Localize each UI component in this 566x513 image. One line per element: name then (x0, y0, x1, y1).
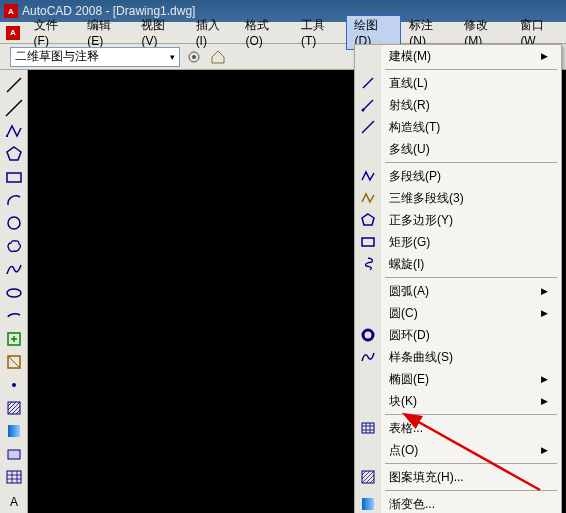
draw-menu-item[interactable]: 射线(R) (355, 94, 561, 116)
menu-item-label: 建模(M) (381, 48, 541, 65)
menu-item-0[interactable]: 文件(F) (26, 15, 80, 50)
draw-menu-item[interactable]: 圆(C)▶ (355, 302, 561, 324)
menu-item-1[interactable]: 编辑(E) (79, 15, 133, 50)
svg-line-18 (363, 100, 373, 110)
draw-menu-item[interactable]: 直线(L) (355, 72, 561, 94)
draw-menu-item[interactable]: 样条曲线(S) (355, 346, 561, 368)
workspace-home-icon[interactable] (208, 47, 228, 67)
gradient-tool[interactable] (3, 421, 25, 442)
polygon-icon (355, 209, 381, 231)
submenu-arrow-icon: ▶ (541, 286, 553, 296)
ellipse-arc-tool[interactable] (3, 305, 25, 326)
point-tool[interactable] (3, 374, 25, 395)
svg-point-1 (192, 55, 196, 59)
svg-point-23 (363, 330, 373, 340)
blank-icon (355, 138, 381, 160)
svg-line-20 (362, 121, 374, 133)
construction-line-tool[interactable] (3, 97, 25, 118)
draw-menu-item[interactable]: 表格... (355, 417, 561, 439)
submenu-arrow-icon: ▶ (541, 396, 553, 406)
blank-icon (355, 368, 381, 390)
draw-menu-item[interactable]: 渐变色... (355, 493, 561, 513)
line-tool[interactable] (3, 74, 25, 95)
menu-item-label: 直线(L) (381, 75, 541, 92)
svg-line-17 (363, 78, 373, 88)
menu-item-label: 图案填充(H)... (381, 469, 541, 486)
hatch-tool[interactable] (3, 398, 25, 419)
menu-item-label: 三维多段线(3) (381, 190, 541, 207)
draw-menu-item[interactable]: 图案填充(H)... (355, 466, 561, 488)
svg-rect-26 (362, 498, 374, 510)
region-tool[interactable] (3, 444, 25, 465)
app-icon: A (4, 4, 18, 18)
xline-icon (355, 116, 381, 138)
menu-item-3[interactable]: 插入(I) (188, 15, 238, 50)
3dpoly-icon (355, 187, 381, 209)
menu-item-5[interactable]: 工具(T) (293, 15, 347, 50)
polyline-icon (355, 165, 381, 187)
draw-menu-item[interactable]: 三维多段线(3) (355, 187, 561, 209)
blank-icon (355, 302, 381, 324)
draw-menu-item[interactable]: 块(K)▶ (355, 390, 561, 412)
gradient-icon (355, 493, 381, 513)
draw-menu-item[interactable]: 圆环(D) (355, 324, 561, 346)
workspace-dropdown[interactable]: 二维草图与注释 (10, 47, 180, 67)
submenu-arrow-icon: ▶ (541, 445, 553, 455)
circle-tool[interactable] (3, 213, 25, 234)
menu-item-label: 样条曲线(S) (381, 349, 541, 366)
svg-line-2 (7, 78, 21, 92)
blank-icon (355, 390, 381, 412)
menu-item-label: 圆环(D) (381, 327, 541, 344)
doc-icon: A (6, 26, 20, 40)
draw-menu: 建模(M)▶直线(L)射线(R)构造线(T)多线(U)多段线(P)三维多段线(3… (354, 44, 562, 513)
menu-item-2[interactable]: 视图(V) (133, 15, 187, 50)
menu-item-label: 螺旋(I) (381, 256, 541, 273)
draw-menu-item[interactable]: 多线(U) (355, 138, 561, 160)
blank-icon (355, 439, 381, 461)
svg-point-7 (8, 217, 20, 229)
svg-point-19 (362, 109, 365, 112)
workspace-settings-icon[interactable] (184, 47, 204, 67)
svg-rect-22 (362, 238, 374, 246)
arc-tool[interactable] (3, 190, 25, 211)
line-icon (355, 72, 381, 94)
svg-rect-15 (7, 471, 21, 483)
svg-rect-13 (8, 425, 20, 437)
rectangle-tool[interactable] (3, 166, 25, 187)
svg-rect-6 (7, 173, 21, 182)
text-tool[interactable]: A (3, 490, 25, 511)
revision-cloud-tool[interactable] (3, 236, 25, 257)
menubar: A 文件(F)编辑(E)视图(V)插入(I)格式(O)工具(T)绘图(D)标注(… (0, 22, 566, 44)
submenu-arrow-icon: ▶ (541, 51, 553, 61)
polyline-tool[interactable] (3, 120, 25, 141)
menu-item-label: 渐变色... (381, 496, 541, 513)
hatch-icon (355, 466, 381, 488)
draw-menu-item[interactable]: 椭圆(E)▶ (355, 368, 561, 390)
draw-menu-item[interactable]: 多段线(P) (355, 165, 561, 187)
draw-menu-item[interactable]: 圆弧(A)▶ (355, 280, 561, 302)
draw-menu-item[interactable]: 螺旋(I) (355, 253, 561, 275)
draw-menu-item[interactable]: 点(O)▶ (355, 439, 561, 461)
svg-point-11 (12, 383, 16, 387)
draw-menu-item[interactable]: 构造线(T) (355, 116, 561, 138)
draw-menu-item[interactable]: 建模(M)▶ (355, 45, 561, 67)
polygon-tool[interactable] (3, 143, 25, 164)
svg-rect-4 (6, 135, 8, 137)
draw-menu-item[interactable]: 矩形(G) (355, 231, 561, 253)
donut-icon (355, 324, 381, 346)
spline-tool[interactable] (3, 259, 25, 280)
submenu-arrow-icon: ▶ (541, 374, 553, 384)
menu-item-label: 多线(U) (381, 141, 541, 158)
workspace-dropdown-value: 二维草图与注释 (15, 48, 99, 65)
insert-block-tool[interactable] (3, 328, 25, 349)
draw-menu-item[interactable]: 正多边形(Y) (355, 209, 561, 231)
menu-item-label: 构造线(T) (381, 119, 541, 136)
ellipse-tool[interactable] (3, 282, 25, 303)
svg-rect-14 (8, 450, 20, 459)
table-tool[interactable] (3, 467, 25, 488)
svg-line-3 (6, 100, 22, 116)
draw-toolbar: A (0, 70, 28, 513)
menu-item-4[interactable]: 格式(O) (237, 15, 293, 50)
submenu-arrow-icon: ▶ (541, 308, 553, 318)
make-block-tool[interactable] (3, 351, 25, 372)
